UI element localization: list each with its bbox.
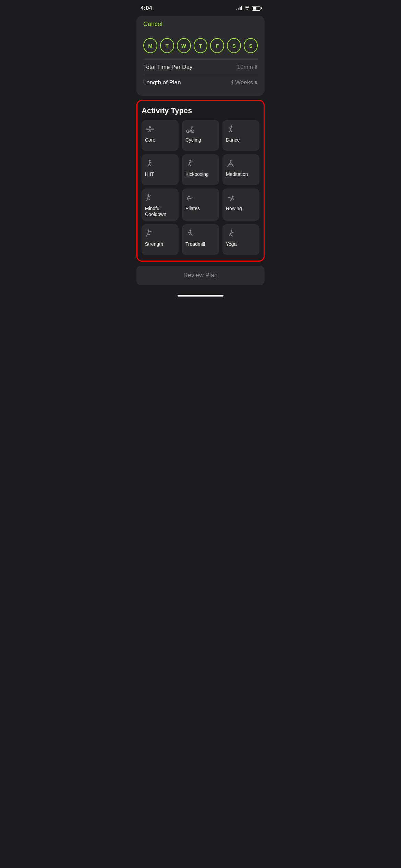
time-per-day-label: Total Time Per Day bbox=[143, 64, 193, 71]
svg-point-7 bbox=[149, 160, 151, 161]
pilates-label: Pilates bbox=[185, 206, 216, 212]
activity-types-title: Activity Types bbox=[142, 106, 259, 115]
activity-grid: Core Cycling bbox=[142, 120, 259, 255]
day-thursday[interactable]: T bbox=[194, 38, 208, 53]
review-plan-container: Review Plan bbox=[136, 266, 265, 285]
activity-card-treadmill[interactable]: Treadmill bbox=[182, 224, 219, 255]
day-saturday[interactable]: S bbox=[227, 38, 241, 53]
cycling-icon bbox=[185, 124, 216, 134]
svg-point-18 bbox=[231, 229, 232, 231]
svg-rect-1 bbox=[151, 129, 154, 130]
svg-point-8 bbox=[190, 160, 191, 161]
rowing-label: Rowing bbox=[226, 206, 256, 212]
kickboxing-icon bbox=[185, 158, 216, 169]
time-per-day-chevron: ⇅ bbox=[254, 65, 258, 70]
yoga-icon bbox=[226, 228, 256, 239]
hiit-icon bbox=[145, 158, 175, 169]
cancel-button[interactable]: Cancel bbox=[143, 21, 162, 28]
signal-icon bbox=[236, 6, 242, 10]
svg-line-12 bbox=[232, 166, 234, 166]
activity-card-rowing[interactable]: Rowing bbox=[222, 189, 259, 221]
svg-point-2 bbox=[149, 126, 151, 128]
svg-point-13 bbox=[148, 194, 149, 196]
svg-point-14 bbox=[188, 196, 190, 197]
svg-point-5 bbox=[191, 126, 193, 128]
svg-point-17 bbox=[190, 229, 191, 231]
length-of-plan-chevron: ⇅ bbox=[254, 80, 258, 85]
length-of-plan-stepper[interactable]: 4 Weeks ⇅ bbox=[230, 79, 258, 86]
home-indicator bbox=[134, 292, 267, 301]
status-bar: 4:04 bbox=[134, 0, 267, 14]
mindful-cooldown-label: Mindful Cooldown bbox=[145, 206, 175, 217]
day-sunday[interactable]: S bbox=[244, 38, 258, 53]
activity-card-meditation[interactable]: Meditation bbox=[222, 154, 259, 185]
rowing-icon bbox=[226, 193, 256, 203]
activity-card-core[interactable]: Core bbox=[142, 120, 179, 151]
time-per-day-stepper[interactable]: 10min ⇅ bbox=[237, 64, 258, 71]
activity-card-cycling[interactable]: Cycling bbox=[182, 120, 219, 151]
status-icons bbox=[236, 6, 260, 11]
cycling-label: Cycling bbox=[185, 137, 216, 143]
meditation-icon bbox=[226, 158, 256, 169]
wifi-icon bbox=[244, 6, 250, 11]
core-label: Core bbox=[145, 137, 175, 143]
activity-card-mindful-cooldown[interactable]: Mindful Cooldown bbox=[142, 189, 179, 221]
svg-rect-0 bbox=[146, 129, 148, 130]
strength-label: Strength bbox=[145, 241, 175, 247]
hiit-label: HIIT bbox=[145, 171, 175, 177]
activity-card-pilates[interactable]: Pilates bbox=[182, 189, 219, 221]
day-tuesday[interactable]: T bbox=[160, 38, 174, 53]
days-row: M T W T F S S bbox=[143, 38, 258, 53]
yoga-label: Yoga bbox=[226, 241, 256, 247]
treadmill-icon bbox=[185, 228, 216, 239]
day-wednesday[interactable]: W bbox=[177, 38, 191, 53]
dance-label: Dance bbox=[226, 137, 256, 143]
config-card: M T W T F S S Total Time Per Day 10min ⇅… bbox=[136, 33, 265, 96]
day-friday[interactable]: F bbox=[210, 38, 224, 53]
activity-card-strength[interactable]: Strength bbox=[142, 224, 179, 255]
svg-point-6 bbox=[231, 125, 232, 127]
battery-icon bbox=[252, 6, 260, 11]
activity-types-section: Activity Types Core bbox=[136, 100, 265, 262]
svg-point-9 bbox=[230, 160, 232, 162]
mindful-cooldown-icon bbox=[145, 193, 175, 203]
treadmill-label: Treadmill bbox=[185, 241, 216, 247]
strength-icon bbox=[145, 228, 175, 239]
header-bar: Cancel bbox=[136, 16, 265, 33]
activity-card-kickboxing[interactable]: Kickboxing bbox=[182, 154, 219, 185]
pilates-icon bbox=[185, 193, 216, 203]
time-per-day-row: Total Time Per Day 10min ⇅ bbox=[143, 59, 258, 75]
status-time: 4:04 bbox=[141, 5, 152, 12]
svg-line-11 bbox=[228, 166, 229, 166]
dance-icon bbox=[226, 124, 256, 134]
home-bar bbox=[178, 295, 223, 297]
meditation-label: Meditation bbox=[226, 171, 256, 177]
activity-card-hiit[interactable]: HIIT bbox=[142, 154, 179, 185]
day-monday[interactable]: M bbox=[143, 38, 157, 53]
review-plan-button[interactable]: Review Plan bbox=[136, 266, 265, 285]
length-of-plan-row: Length of Plan 4 Weeks ⇅ bbox=[143, 75, 258, 90]
kickboxing-label: Kickboxing bbox=[185, 171, 216, 177]
length-of-plan-label: Length of Plan bbox=[143, 79, 181, 86]
activity-card-dance[interactable]: Dance bbox=[222, 120, 259, 151]
svg-point-15 bbox=[232, 196, 234, 197]
activity-card-yoga[interactable]: Yoga bbox=[222, 224, 259, 255]
svg-point-16 bbox=[148, 229, 149, 231]
core-icon bbox=[145, 124, 175, 134]
